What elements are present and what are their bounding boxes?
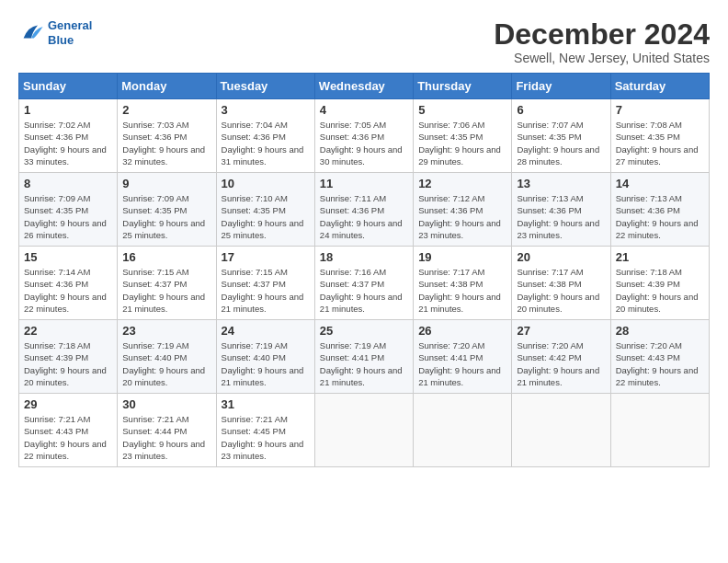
calendar-day-cell — [512, 394, 610, 467]
calendar-title: December 2024 — [494, 18, 710, 51]
day-number: 5 — [418, 103, 506, 117]
day-number: 28 — [616, 324, 704, 338]
calendar-day-cell: 5 Sunrise: 7:06 AM Sunset: 4:35 PM Dayli… — [414, 99, 512, 173]
calendar-day-cell: 17 Sunrise: 7:15 AM Sunset: 4:37 PM Dayl… — [216, 247, 314, 320]
calendar-day-cell: 3 Sunrise: 7:04 AM Sunset: 4:36 PM Dayli… — [216, 99, 314, 173]
day-number: 1 — [24, 103, 112, 117]
day-info: Sunrise: 7:12 AM Sunset: 4:36 PM Dayligh… — [418, 192, 506, 241]
calendar-header-row: SundayMondayTuesdayWednesdayThursdayFrid… — [19, 74, 710, 99]
day-number: 3 — [222, 103, 310, 117]
day-number: 21 — [616, 250, 704, 264]
day-number: 15 — [24, 250, 112, 264]
day-number: 23 — [122, 324, 210, 338]
day-number: 14 — [616, 177, 704, 190]
day-number: 11 — [320, 177, 408, 190]
day-info: Sunrise: 7:07 AM Sunset: 4:35 PM Dayligh… — [517, 119, 605, 167]
day-info: Sunrise: 7:21 AM Sunset: 4:43 PM Dayligh… — [24, 413, 112, 462]
day-number: 20 — [517, 250, 605, 264]
calendar-day-cell: 18 Sunrise: 7:16 AM Sunset: 4:37 PM Dayl… — [314, 247, 413, 320]
day-info: Sunrise: 7:19 AM Sunset: 4:41 PM Dayligh… — [320, 339, 408, 388]
day-info: Sunrise: 7:14 AM Sunset: 4:36 PM Dayligh… — [24, 266, 112, 315]
calendar-day-cell: 23 Sunrise: 7:19 AM Sunset: 4:40 PM Dayl… — [118, 320, 216, 394]
calendar-day-cell: 6 Sunrise: 7:07 AM Sunset: 4:35 PM Dayli… — [512, 99, 610, 173]
day-number: 4 — [320, 103, 408, 117]
calendar-day-cell: 19 Sunrise: 7:17 AM Sunset: 4:38 PM Dayl… — [414, 247, 512, 320]
calendar-day-cell: 20 Sunrise: 7:17 AM Sunset: 4:38 PM Dayl… — [512, 247, 610, 320]
calendar-table: SundayMondayTuesdayWednesdayThursdayFrid… — [18, 73, 710, 467]
calendar-week-row: 15 Sunrise: 7:14 AM Sunset: 4:36 PM Dayl… — [19, 247, 710, 320]
calendar-day-cell: 12 Sunrise: 7:12 AM Sunset: 4:36 PM Dayl… — [414, 173, 512, 247]
day-number: 19 — [418, 250, 506, 264]
calendar-day-cell: 10 Sunrise: 7:10 AM Sunset: 4:35 PM Dayl… — [216, 173, 314, 247]
day-number: 6 — [517, 103, 605, 117]
calendar-day-cell: 31 Sunrise: 7:21 AM Sunset: 4:45 PM Dayl… — [216, 394, 314, 467]
calendar-day-cell — [314, 394, 413, 467]
day-number: 16 — [122, 250, 210, 264]
day-info: Sunrise: 7:19 AM Sunset: 4:40 PM Dayligh… — [222, 339, 310, 388]
calendar-day-cell: 22 Sunrise: 7:18 AM Sunset: 4:39 PM Dayl… — [19, 320, 118, 394]
day-info: Sunrise: 7:03 AM Sunset: 4:36 PM Dayligh… — [122, 119, 210, 167]
day-info: Sunrise: 7:18 AM Sunset: 4:39 PM Dayligh… — [616, 266, 704, 315]
calendar-day-cell: 9 Sunrise: 7:09 AM Sunset: 4:35 PM Dayli… — [118, 173, 216, 247]
calendar-day-cell: 28 Sunrise: 7:20 AM Sunset: 4:43 PM Dayl… — [610, 320, 709, 394]
day-number: 24 — [222, 324, 310, 338]
day-info: Sunrise: 7:15 AM Sunset: 4:37 PM Dayligh… — [122, 266, 210, 315]
weekday-header: Sunday — [19, 74, 118, 99]
day-info: Sunrise: 7:20 AM Sunset: 4:43 PM Dayligh… — [616, 339, 704, 388]
calendar-day-cell: 21 Sunrise: 7:18 AM Sunset: 4:39 PM Dayl… — [610, 247, 709, 320]
calendar-day-cell: 2 Sunrise: 7:03 AM Sunset: 4:36 PM Dayli… — [118, 99, 216, 173]
day-info: Sunrise: 7:20 AM Sunset: 4:42 PM Dayligh… — [517, 339, 605, 388]
calendar-day-cell: 24 Sunrise: 7:19 AM Sunset: 4:40 PM Dayl… — [216, 320, 314, 394]
day-info: Sunrise: 7:09 AM Sunset: 4:35 PM Dayligh… — [122, 192, 210, 241]
calendar-day-cell: 7 Sunrise: 7:08 AM Sunset: 4:35 PM Dayli… — [610, 99, 709, 173]
calendar-week-row: 22 Sunrise: 7:18 AM Sunset: 4:39 PM Dayl… — [19, 320, 710, 394]
calendar-day-cell: 14 Sunrise: 7:13 AM Sunset: 4:36 PM Dayl… — [610, 173, 709, 247]
day-number: 7 — [616, 103, 704, 117]
weekday-header: Wednesday — [314, 74, 413, 99]
day-number: 17 — [222, 250, 310, 264]
day-number: 29 — [24, 397, 112, 411]
day-info: Sunrise: 7:08 AM Sunset: 4:35 PM Dayligh… — [616, 119, 704, 167]
logo: General Blue — [18, 18, 92, 47]
day-number: 9 — [122, 177, 210, 190]
weekday-header: Tuesday — [216, 74, 314, 99]
day-info: Sunrise: 7:17 AM Sunset: 4:38 PM Dayligh… — [517, 266, 605, 315]
calendar-subtitle: Sewell, New Jersey, United States — [494, 51, 710, 65]
calendar-week-row: 8 Sunrise: 7:09 AM Sunset: 4:35 PM Dayli… — [19, 173, 710, 247]
title-area: December 2024 Sewell, New Jersey, United… — [494, 18, 710, 65]
calendar-week-row: 1 Sunrise: 7:02 AM Sunset: 4:36 PM Dayli… — [19, 99, 710, 173]
logo-text: General Blue — [48, 18, 92, 47]
day-info: Sunrise: 7:10 AM Sunset: 4:35 PM Dayligh… — [222, 192, 310, 241]
day-info: Sunrise: 7:06 AM Sunset: 4:35 PM Dayligh… — [418, 119, 506, 167]
day-number: 13 — [517, 177, 605, 190]
day-info: Sunrise: 7:21 AM Sunset: 4:45 PM Dayligh… — [222, 413, 310, 462]
calendar-day-cell: 1 Sunrise: 7:02 AM Sunset: 4:36 PM Dayli… — [19, 99, 118, 173]
day-info: Sunrise: 7:19 AM Sunset: 4:40 PM Dayligh… — [122, 339, 210, 388]
day-number: 2 — [122, 103, 210, 117]
day-number: 22 — [24, 324, 112, 338]
day-number: 12 — [418, 177, 506, 190]
calendar-day-cell: 29 Sunrise: 7:21 AM Sunset: 4:43 PM Dayl… — [19, 394, 118, 467]
day-number: 27 — [517, 324, 605, 338]
calendar-day-cell — [414, 394, 512, 467]
logo-icon — [18, 20, 44, 46]
day-number: 31 — [222, 397, 310, 411]
day-number: 25 — [320, 324, 408, 338]
calendar-day-cell: 25 Sunrise: 7:19 AM Sunset: 4:41 PM Dayl… — [314, 320, 413, 394]
calendar-day-cell: 8 Sunrise: 7:09 AM Sunset: 4:35 PM Dayli… — [19, 173, 118, 247]
calendar-day-cell: 4 Sunrise: 7:05 AM Sunset: 4:36 PM Dayli… — [314, 99, 413, 173]
day-info: Sunrise: 7:02 AM Sunset: 4:36 PM Dayligh… — [24, 119, 112, 167]
day-number: 26 — [418, 324, 506, 338]
calendar-day-cell: 15 Sunrise: 7:14 AM Sunset: 4:36 PM Dayl… — [19, 247, 118, 320]
day-number: 8 — [24, 177, 112, 190]
day-info: Sunrise: 7:04 AM Sunset: 4:36 PM Dayligh… — [222, 119, 310, 167]
day-info: Sunrise: 7:18 AM Sunset: 4:39 PM Dayligh… — [24, 339, 112, 388]
weekday-header: Monday — [118, 74, 216, 99]
header: General Blue December 2024 Sewell, New J… — [18, 18, 710, 65]
day-info: Sunrise: 7:17 AM Sunset: 4:38 PM Dayligh… — [418, 266, 506, 315]
day-number: 10 — [222, 177, 310, 190]
weekday-header: Saturday — [610, 74, 709, 99]
calendar-day-cell: 11 Sunrise: 7:11 AM Sunset: 4:36 PM Dayl… — [314, 173, 413, 247]
day-info: Sunrise: 7:20 AM Sunset: 4:41 PM Dayligh… — [418, 339, 506, 388]
day-info: Sunrise: 7:11 AM Sunset: 4:36 PM Dayligh… — [320, 192, 408, 241]
